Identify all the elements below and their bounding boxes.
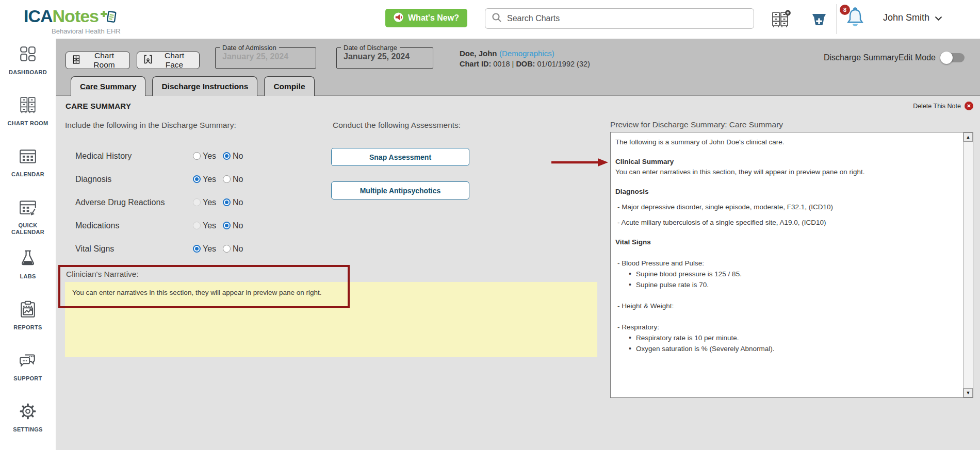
- red-arrow-annotation: [550, 157, 609, 170]
- chart-room-icon: [19, 96, 37, 116]
- radio-no[interactable]: [223, 152, 231, 160]
- sidebar-item-settings[interactable]: SETTINGS: [0, 396, 56, 447]
- radio-yes[interactable]: [193, 222, 201, 229]
- sidebar-item-quick-calendar[interactable]: QUICK CALENDAR: [0, 192, 56, 243]
- delete-note-label: Delete This Note: [913, 103, 961, 110]
- patient-name: Doe, John: [460, 49, 497, 58]
- no-label: No: [233, 198, 243, 207]
- chart-face-button-icon: [144, 55, 152, 66]
- sidebar-item-reports[interactable]: REPORTS: [0, 294, 56, 345]
- option-label: Medical History: [75, 152, 132, 161]
- sidebar-label: DASHBOARD: [4, 69, 52, 76]
- chart-room-button[interactable]: Chart Room: [66, 52, 130, 69]
- whats-new-button[interactable]: What's New?: [385, 9, 467, 27]
- quick-calendar-icon: [19, 198, 37, 219]
- radio-no[interactable]: [223, 222, 231, 229]
- scroll-up-icon[interactable]: ▲: [963, 132, 973, 142]
- preview-pane: The following is a summary of John Doe's…: [610, 132, 973, 398]
- search-charts-box: [485, 8, 754, 29]
- date-of-discharge-field[interactable]: Date of Discharge January 25, 2024: [336, 44, 433, 69]
- clinician-narrative-input[interactable]: You can enter narratives in this section…: [65, 282, 597, 357]
- logo-tagline: Behavioral Health EHR: [52, 27, 121, 35]
- snap-assessment-button[interactable]: Snap Assessment: [331, 148, 469, 166]
- edit-mode-control: Discharge SummaryEdit Mode: [824, 53, 965, 62]
- preview-line: Respiratory rate is 10 per minute.: [615, 334, 959, 342]
- sidebar-label: LABS: [4, 273, 52, 280]
- preview-scrollbar[interactable]: ▲ ▼: [963, 132, 973, 397]
- chart-id-value: 0018: [493, 60, 510, 68]
- icanotes-app: ICANotes Behavioral Health EHR What's Ne…: [0, 0, 980, 450]
- page-title: CARE SUMMARY: [66, 102, 131, 110]
- header-divider: [836, 4, 837, 34]
- delete-this-note-button[interactable]: Delete This Note ✕: [913, 102, 973, 110]
- chevron-down-icon: [935, 13, 942, 23]
- icanotes-logo[interactable]: ICANotes Behavioral Health EHR: [24, 7, 121, 35]
- separator: |: [512, 60, 514, 68]
- sidebar-label: CHART ROOM: [4, 120, 52, 127]
- date-of-admission-field[interactable]: Date of Admission January 25, 2024: [215, 44, 316, 69]
- radio-yes[interactable]: [193, 175, 201, 183]
- sidebar-item-support[interactable]: SUPPORT: [0, 345, 56, 396]
- tab-care-summary[interactable]: Care Summary: [71, 76, 145, 96]
- scroll-down-icon[interactable]: ▼: [963, 388, 973, 397]
- logo-ica: ICA: [24, 6, 53, 26]
- radio-yes[interactable]: [193, 152, 201, 160]
- include-options: Medical History Yes No Diagnosis Yes No …: [75, 144, 323, 260]
- radio-yes[interactable]: [193, 245, 201, 253]
- demographics-link[interactable]: (Demographics): [499, 49, 554, 58]
- preview-body: The following is a summary of John Doe's…: [611, 132, 963, 397]
- no-label: No: [233, 221, 243, 230]
- chart-room-button-label: Chart Room: [86, 51, 123, 70]
- multiple-antipsychotics-button[interactable]: Multiple Antipsychotics: [331, 181, 469, 199]
- radio-yes[interactable]: [193, 198, 201, 206]
- radio-no[interactable]: [223, 175, 231, 183]
- chart-toolbar-band: Chart Room Chart Face Date of Admission …: [56, 39, 980, 96]
- include-section-header: Include the following in the Discharge S…: [65, 121, 236, 130]
- edit-mode-toggle[interactable]: [942, 53, 965, 62]
- assessments-section-header: Conduct the following Assessments:: [333, 121, 461, 130]
- labs-flask-icon: [19, 249, 37, 270]
- user-menu[interactable]: John Smith: [883, 12, 942, 23]
- pharmacy-add-icon[interactable]: [811, 12, 827, 29]
- option-row-diagnosis: Diagnosis Yes No: [75, 168, 323, 191]
- user-name: John Smith: [883, 12, 929, 23]
- delete-x-icon: ✕: [965, 102, 973, 110]
- file-cabinet-add-icon[interactable]: [771, 10, 791, 31]
- sidebar-label: REPORTS: [4, 324, 52, 331]
- yes-label: Yes: [203, 221, 216, 230]
- option-label: Medications: [75, 221, 119, 230]
- radio-no[interactable]: [223, 198, 231, 206]
- yes-label: Yes: [203, 244, 216, 254]
- notifications-bell-icon[interactable]: 8: [845, 7, 865, 30]
- chart-face-button-label: Chart Face: [156, 51, 192, 70]
- yes-label: Yes: [203, 198, 216, 207]
- patient-info: Doe, John (Demographics) Chart ID: 0018 …: [460, 48, 590, 69]
- logo-text: ICANotes: [24, 7, 121, 27]
- dob-label: DOB:: [516, 60, 535, 68]
- yes-label: Yes: [203, 152, 216, 161]
- option-label: Adverse Drug Reactions: [75, 198, 165, 207]
- preview-line: - Height & Weight:: [615, 302, 959, 310]
- option-row-medications: Medications Yes No: [75, 214, 323, 237]
- sidebar-item-chart-room[interactable]: CHART ROOM: [0, 90, 56, 141]
- chart-face-button[interactable]: Chart Face: [137, 52, 200, 69]
- sidebar-item-labs[interactable]: LABS: [0, 243, 56, 294]
- support-chat-icon: [19, 351, 37, 372]
- option-label: Diagnosis: [75, 175, 111, 184]
- date-of-admission-label: Date of Admission: [220, 44, 279, 52]
- tab-discharge-instructions[interactable]: Discharge Instructions: [152, 76, 257, 96]
- toggle-knob: [940, 52, 953, 64]
- preview-line: - Blood Pressure and Pulse:: [615, 259, 959, 268]
- sidebar-item-calendar[interactable]: CALENDAR: [0, 141, 56, 192]
- radio-no[interactable]: [223, 245, 231, 253]
- whats-new-label: What's New?: [408, 13, 459, 23]
- care-summary-panel: CARE SUMMARY Delete This Note ✕ Include …: [56, 96, 980, 450]
- preview-line: Diagnosis: [615, 187, 959, 196]
- preview-line: You can enter narratives in this section…: [615, 168, 959, 176]
- dob-value: 01/01/1992 (32): [537, 60, 590, 68]
- sidebar-item-dashboard[interactable]: DASHBOARD: [0, 39, 56, 90]
- preview-line: Vital Signs: [615, 238, 959, 246]
- search-input[interactable]: [507, 14, 747, 23]
- tab-compile[interactable]: Compile: [264, 76, 314, 96]
- no-label: No: [233, 152, 243, 161]
